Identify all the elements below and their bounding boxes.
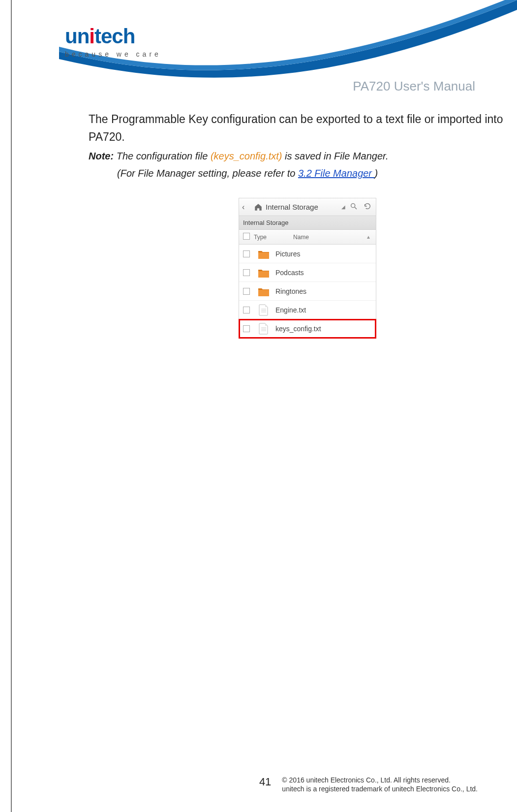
legal-line-1: © 2016 unitech Electronics Co., Ltd. All… — [282, 776, 478, 784]
file-icon — [254, 323, 274, 335]
body-content: The Programmable Key configuration can b… — [89, 111, 517, 181]
row-checkbox[interactable] — [239, 250, 254, 257]
list-item[interactable]: Ringtones — [239, 282, 376, 301]
note2-suffix: ) — [375, 168, 378, 179]
svg-line-1 — [355, 207, 357, 209]
file-manager-link[interactable]: 3.2 File Manager — [298, 168, 375, 179]
home-icon[interactable] — [254, 203, 263, 212]
fm-toolbar: ‹ Internal Storage ◢ — [239, 198, 376, 216]
logo-tagline: because we care — [65, 50, 168, 58]
row-name: Pictures — [274, 250, 376, 258]
list-item[interactable]: Engine.txt — [239, 301, 376, 319]
row-checkbox[interactable] — [239, 269, 254, 276]
row-name: Engine.txt — [274, 306, 376, 314]
row-checkbox[interactable] — [239, 288, 254, 295]
list-item[interactable]: Pictures — [239, 245, 376, 263]
row-name: Ringtones — [274, 287, 376, 295]
refresh-icon[interactable] — [362, 202, 373, 212]
note-line-1: Note: The configuration file (keys_confi… — [89, 149, 517, 164]
note-text-a: The configuration file — [114, 151, 211, 161]
column-type[interactable]: Type — [254, 234, 278, 241]
row-name: Podcasts — [274, 269, 376, 277]
folder-icon — [254, 268, 274, 277]
legal-line-2: unitech is a registered trademark of uni… — [282, 784, 478, 793]
dropdown-icon[interactable]: ◢ — [341, 204, 345, 210]
document-title: PA720 User's Manual — [353, 79, 475, 94]
logo-dot: i — [89, 25, 94, 48]
select-all-checkbox[interactable] — [239, 233, 254, 241]
row-name: keys_config.txt — [274, 325, 376, 333]
column-name[interactable]: Name — [278, 234, 366, 241]
file-icon — [254, 304, 274, 316]
note-text-b: is saved in File Manger. — [282, 151, 389, 161]
sort-icon[interactable]: ▲ — [366, 234, 376, 240]
note-line-2: (For File Manager setting, please refer … — [89, 166, 517, 181]
fm-breadcrumb[interactable]: Internal Storage — [239, 216, 376, 230]
search-icon[interactable] — [348, 202, 359, 212]
folder-icon — [254, 287, 274, 296]
fm-column-headers: Type Name ▲ — [239, 230, 376, 245]
page-footer: 41 © 2016 unitech Electronics Co., Ltd. … — [0, 776, 478, 793]
file-manager-screenshot: ‹ Internal Storage ◢ Internal Storage Ty… — [239, 198, 376, 339]
folder-icon — [254, 250, 274, 258]
note-label: Note: — [89, 151, 114, 161]
logo-text-a: un — [65, 25, 89, 48]
fm-location-title[interactable]: Internal Storage — [266, 203, 339, 211]
row-checkbox[interactable] — [239, 307, 254, 313]
row-checkbox[interactable] — [239, 325, 254, 332]
left-margin-rule — [11, 0, 12, 812]
back-icon[interactable]: ‹ — [242, 203, 251, 212]
svg-point-0 — [351, 203, 355, 207]
brand-logo: unitech because we care — [65, 25, 168, 58]
paragraph: The Programmable Key configuration can b… — [89, 111, 517, 146]
logo-text-b: tech — [94, 25, 135, 48]
page-number: 41 — [259, 776, 271, 788]
legal-text: © 2016 unitech Electronics Co., Ltd. All… — [282, 776, 478, 793]
list-item[interactable]: keys_config.txt — [239, 319, 376, 338]
list-item[interactable]: Podcasts — [239, 263, 376, 282]
note-filename: (keys_config.txt) — [211, 151, 282, 161]
note2-prefix: (For File Manager setting, please refer … — [117, 168, 298, 179]
